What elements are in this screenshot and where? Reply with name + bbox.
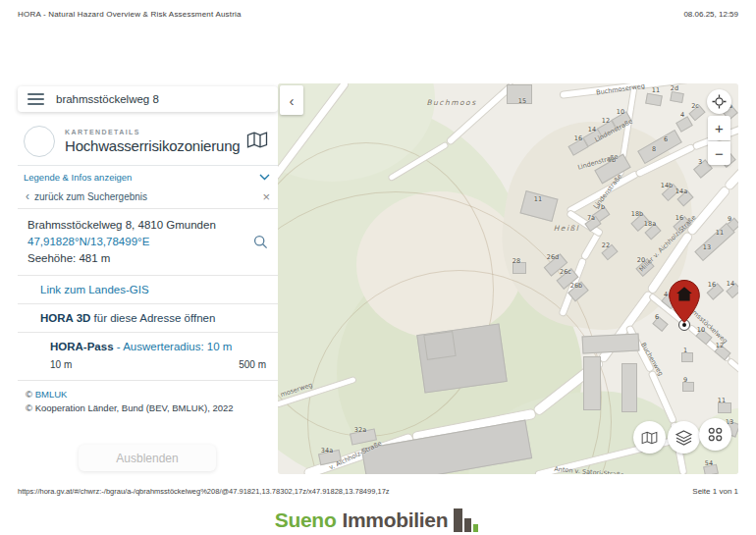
map-house-number: 14a <box>675 187 687 195</box>
map-house-number: 11 <box>716 229 724 237</box>
footer-url: https://hora.gv.at/#/chwrz:-/bgrau/a-/qb… <box>18 487 390 496</box>
search-input[interactable]: brahmsstöckelweg 8 <box>56 93 159 105</box>
sidebar-panel: brahmsstöckelweg 8 KARTENDETAILS Hochwas… <box>18 83 278 474</box>
map-house-number: 11 <box>718 397 726 404</box>
map-building <box>423 331 456 360</box>
hora-3d-bold[interactable]: HORA 3D <box>40 312 90 324</box>
logo-word-immobilien: Immobilien <box>342 508 448 532</box>
map-house-number: 2d <box>671 84 678 92</box>
map-street-label: Buchmoos <box>426 98 476 107</box>
bmluk-link[interactable]: BMLUK <box>35 389 68 400</box>
radius-min-label: 10 m <box>50 359 72 370</box>
address-text: Brahmsstöckelweg 8, 4810 Gmunden <box>27 217 270 234</box>
zoom-in-button[interactable]: + <box>708 116 730 140</box>
map-house-number: 14b <box>661 182 673 189</box>
map-house-number: 28 <box>513 257 520 265</box>
map-building <box>582 333 640 353</box>
hora-app: HORA - Natural Hazard Overview & Risk As… <box>0 0 756 535</box>
map-house-number: 12 <box>602 117 610 125</box>
hora-3d-link[interactable]: HORA 3D für diese Adresse öffnen <box>18 304 278 333</box>
map-layer-title: Hochwasserrisikozonierung <box>65 137 241 154</box>
map-house-number: 1 <box>683 347 687 354</box>
chevron-down-icon[interactable] <box>259 174 270 181</box>
map-house-number: 34a <box>321 447 333 455</box>
map-road <box>727 356 738 383</box>
map-building <box>583 356 601 410</box>
search-result-card: ‹zurück zum Suchergebnis × Brahmsstöckel… <box>18 185 278 415</box>
company-logo: Sueno Immobilien <box>0 507 756 532</box>
map-house-number: 4 <box>680 111 684 119</box>
map-house-number: 2c <box>691 102 699 110</box>
kartendetails-label: KARTENDETAILS <box>65 129 241 135</box>
hide-panel-button[interactable]: Ausblenden <box>79 445 216 471</box>
radius-max-label: 500 m <box>239 359 266 370</box>
loading-circle-icon <box>24 126 55 157</box>
copyright-block: © BMLUK © Kooperation Länder, Bund (BEV,… <box>18 381 278 415</box>
map-house-number: 8 <box>652 145 656 153</box>
map-house-number: 7a <box>587 214 595 222</box>
map-house-number: 11 <box>534 195 542 203</box>
zoom-out-button[interactable]: − <box>708 141 730 165</box>
location-pin-icon[interactable] <box>668 279 701 324</box>
map-canvas[interactable]: 15112d410121416869b7b7a1126d26c26b282214… <box>278 83 738 474</box>
map-street-label: Heißl <box>554 224 580 233</box>
map-house-number: 26b <box>570 282 582 290</box>
map-house-number: 6 <box>655 313 659 321</box>
map-house-number: 9 <box>683 376 687 384</box>
map-house-number: 13 <box>703 243 711 251</box>
menu-icon[interactable] <box>27 93 44 105</box>
page-header-datetime: 08.06.25, 12:59 <box>683 10 738 19</box>
map-house-number: 16 <box>574 134 582 142</box>
hora-pass-section: HORA-Pass - Auswerteradius: 10 m 10 m 50… <box>18 333 278 381</box>
map-fold-icon[interactable] <box>246 132 268 152</box>
apps-grid-button[interactable] <box>699 418 731 451</box>
logo-word-sueno: Sueno <box>275 508 337 532</box>
basemap-button[interactable] <box>633 421 666 454</box>
map-building <box>645 92 663 106</box>
map-house-number: 18b <box>631 210 643 218</box>
map-house-number: 10 <box>617 108 624 116</box>
map-house-number: 3 <box>698 158 702 166</box>
map-house-number: 22 <box>602 241 610 249</box>
address-block: Brahmsstöckelweg 8, 4810 Gmunden 47,9182… <box>18 209 278 276</box>
landes-gis-link[interactable]: Link zum Landes-GIS <box>40 284 149 295</box>
close-icon[interactable]: × <box>262 190 270 203</box>
copyright-line2: © Kooperation Länder, Bund (BEV, BMLUK),… <box>26 401 270 415</box>
map-house-number: 14 <box>588 126 596 134</box>
map-house-number: 16 <box>675 214 683 222</box>
map-house-number: 16 <box>708 281 716 289</box>
map-house-number: 54 <box>705 459 713 467</box>
map-house-number: 26d <box>547 253 559 261</box>
map-road <box>445 83 515 146</box>
logo-buildings-icon <box>454 507 481 532</box>
map-house-number: 6 <box>664 135 668 143</box>
layers-button[interactable] <box>668 421 700 454</box>
map-building <box>670 91 684 103</box>
map-house-number: 32a <box>354 426 366 434</box>
page-header-title: HORA - Natural Hazard Overview & Risk As… <box>18 10 242 19</box>
map-house-number: 11 <box>652 86 660 94</box>
legend-toggle-label[interactable]: Legende & Infos anzeigen <box>24 172 132 183</box>
map-details-card: KARTENDETAILS Hochwasserrisikozonierung … <box>18 116 278 188</box>
map-house-number: 15 <box>518 97 526 105</box>
coordinates-link[interactable]: 47,91828°N/13,78499°E <box>27 234 270 250</box>
map-house-number: 9 <box>728 215 731 223</box>
map-house-number: 18a <box>644 220 656 228</box>
map-house-number: 14 <box>727 280 734 288</box>
back-to-results-link[interactable]: ‹zurück zum Suchergebnis <box>26 189 147 203</box>
collapse-panel-button[interactable]: ‹ <box>280 85 303 115</box>
elevation-text: Seehöhe: 481 m <box>27 250 270 267</box>
search-magnifier-icon[interactable] <box>253 235 268 251</box>
radius-slider[interactable]: 10 m 500 m <box>50 359 270 370</box>
map-building <box>621 363 637 412</box>
chevron-left-icon: ‹ <box>26 189 29 203</box>
footer-page-count: Seite 1 von 1 <box>692 487 738 496</box>
map-house-number: 26c <box>560 268 571 276</box>
locate-button[interactable] <box>707 89 731 114</box>
hora-pass-link[interactable]: HORA-Pass - Auswerteradius: 10 m <box>50 341 270 352</box>
search-bar[interactable]: brahmsstöckelweg 8 <box>18 86 278 112</box>
